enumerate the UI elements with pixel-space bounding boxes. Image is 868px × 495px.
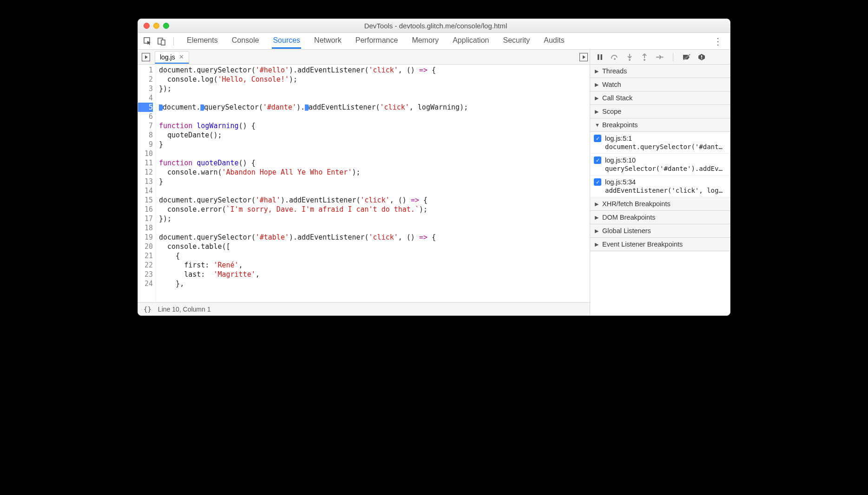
tab-console[interactable]: Console bbox=[231, 33, 260, 49]
debugger-sidebar: ▶Threads▶Watch▶Call Stack▶Scope ▼ Breakp… bbox=[590, 65, 730, 315]
tab-audits[interactable]: Audits bbox=[543, 33, 565, 49]
breakpoint-snippet: document.querySelector('#dante'… bbox=[594, 143, 726, 150]
triangle-right-icon: ▶ bbox=[595, 228, 599, 234]
section-threads[interactable]: ▶Threads bbox=[590, 65, 730, 78]
code-editor[interactable]: 123456789101112131415161718192021222324 … bbox=[138, 65, 590, 315]
tab-performance[interactable]: Performance bbox=[355, 33, 399, 49]
close-window-button[interactable] bbox=[144, 23, 150, 29]
breakpoints-label: Breakpoints bbox=[602, 121, 638, 129]
pretty-print-icon[interactable]: {} bbox=[144, 306, 151, 313]
minimize-window-button[interactable] bbox=[153, 23, 159, 29]
triangle-right-icon: ▶ bbox=[595, 201, 599, 207]
triangle-right-icon: ▶ bbox=[595, 95, 599, 101]
tab-sources[interactable]: Sources bbox=[272, 33, 301, 49]
file-tab[interactable]: log.js ✕ bbox=[155, 51, 189, 64]
sources-subbar: log.js ✕ bbox=[138, 50, 730, 65]
breakpoint-snippet: addEventListener('click', logWa… bbox=[594, 187, 726, 194]
debugger-controls bbox=[590, 50, 730, 64]
breakpoint-location: log.js:5:1 bbox=[605, 135, 632, 142]
breakpoints-list: ✓log.js:5:1document.querySelector('#dant… bbox=[590, 132, 730, 197]
svg-rect-13 bbox=[701, 58, 702, 59]
tab-elements[interactable]: Elements bbox=[186, 33, 219, 49]
close-tab-icon[interactable]: ✕ bbox=[179, 53, 184, 60]
breakpoint-checkbox[interactable]: ✓ bbox=[594, 135, 601, 142]
main-toolbar: ElementsConsoleSourcesNetworkPerformance… bbox=[138, 33, 730, 50]
section-watch[interactable]: ▶Watch bbox=[590, 78, 730, 91]
step-icon[interactable] bbox=[655, 53, 664, 61]
breakpoint-item[interactable]: ✓log.js:5:34addEventListener('click', lo… bbox=[590, 176, 730, 197]
breakpoint-checkbox[interactable]: ✓ bbox=[594, 178, 601, 186]
window-title: DevTools - devtools.glitch.me/console/lo… bbox=[169, 22, 730, 30]
pause-on-exceptions-icon[interactable] bbox=[697, 53, 706, 61]
svg-rect-3 bbox=[598, 54, 599, 60]
devtools-window: DevTools - devtools.glitch.me/console/lo… bbox=[138, 19, 730, 316]
triangle-right-icon: ▶ bbox=[595, 109, 599, 115]
more-options-icon[interactable]: ⋮ bbox=[710, 36, 725, 47]
svg-rect-12 bbox=[701, 55, 702, 58]
triangle-down-icon: ▼ bbox=[595, 122, 599, 128]
deactivate-breakpoints-icon[interactable] bbox=[683, 53, 691, 61]
side-bottom-sections: ▶XHR/fetch Breakpoints▶DOM Breakpoints▶G… bbox=[590, 197, 730, 251]
show-more-tabs-icon[interactable] bbox=[579, 53, 588, 61]
panel-tabs: ElementsConsoleSourcesNetworkPerformance… bbox=[186, 33, 707, 49]
breakpoint-item[interactable]: ✓log.js:5:10querySelector('#dante').addE… bbox=[590, 154, 730, 176]
triangle-right-icon: ▶ bbox=[595, 215, 599, 221]
step-out-icon[interactable] bbox=[640, 53, 649, 61]
pause-icon[interactable] bbox=[596, 53, 604, 61]
titlebar: DevTools - devtools.glitch.me/console/lo… bbox=[138, 19, 730, 33]
step-into-icon[interactable] bbox=[625, 53, 634, 61]
breakpoint-location: log.js:5:10 bbox=[605, 156, 636, 164]
inspect-element-icon[interactable] bbox=[143, 36, 153, 46]
section-global-listeners[interactable]: ▶Global Listeners bbox=[590, 224, 730, 238]
side-top-sections: ▶Threads▶Watch▶Call Stack▶Scope bbox=[590, 65, 730, 118]
tab-application[interactable]: Application bbox=[452, 33, 490, 49]
triangle-right-icon: ▶ bbox=[595, 68, 599, 74]
cursor-position: Line 10, Column 1 bbox=[158, 306, 211, 313]
code-content[interactable]: document.querySelector('#hello').addEven… bbox=[156, 65, 590, 302]
section-xhr-fetch-breakpoints[interactable]: ▶XHR/fetch Breakpoints bbox=[590, 197, 730, 211]
device-toolbar-icon[interactable] bbox=[157, 36, 167, 46]
zoom-window-button[interactable] bbox=[163, 23, 169, 29]
section-dom-breakpoints[interactable]: ▶DOM Breakpoints bbox=[590, 211, 730, 224]
step-over-icon[interactable] bbox=[611, 53, 619, 61]
triangle-right-icon: ▶ bbox=[595, 82, 599, 88]
breakpoint-location: log.js:5:34 bbox=[605, 178, 636, 186]
tab-network[interactable]: Network bbox=[313, 33, 342, 49]
svg-point-6 bbox=[629, 59, 631, 61]
breakpoint-item[interactable]: ✓log.js:5:1document.querySelector('#dant… bbox=[590, 132, 730, 154]
line-gutter[interactable]: 123456789101112131415161718192021222324 bbox=[138, 65, 156, 302]
editor-statusbar: {} Line 10, Column 1 bbox=[138, 302, 590, 315]
breakpoint-checkbox[interactable]: ✓ bbox=[594, 156, 601, 164]
svg-point-5 bbox=[614, 58, 616, 60]
breakpoints-section-header[interactable]: ▼ Breakpoints bbox=[590, 118, 730, 132]
svg-point-7 bbox=[644, 59, 645, 61]
file-tab-label: log.js bbox=[160, 53, 175, 61]
svg-rect-4 bbox=[601, 54, 603, 60]
show-navigator-icon[interactable] bbox=[142, 53, 150, 61]
section-scope[interactable]: ▶Scope bbox=[590, 105, 730, 118]
traffic-lights bbox=[138, 23, 169, 29]
breakpoint-snippet: querySelector('#dante').addEven… bbox=[594, 165, 726, 172]
svg-point-8 bbox=[662, 56, 664, 58]
tab-memory[interactable]: Memory bbox=[411, 33, 440, 49]
section-event-listener-breakpoints[interactable]: ▶Event Listener Breakpoints bbox=[590, 238, 730, 251]
triangle-right-icon: ▶ bbox=[595, 241, 599, 248]
tab-security[interactable]: Security bbox=[502, 33, 531, 49]
section-call-stack[interactable]: ▶Call Stack bbox=[590, 91, 730, 105]
svg-rect-2 bbox=[161, 40, 165, 45]
